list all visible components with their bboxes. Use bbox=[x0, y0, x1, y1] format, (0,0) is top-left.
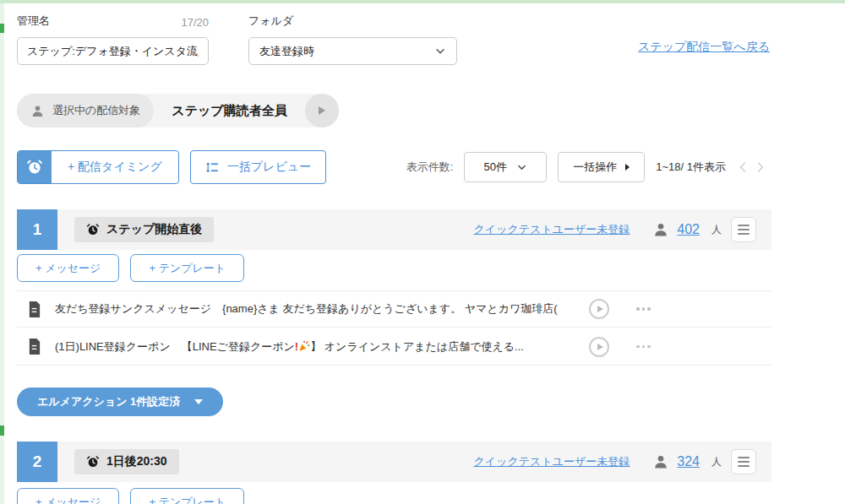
add-timing-label: + 配信タイミング bbox=[52, 151, 178, 183]
more-menu-icon[interactable] bbox=[636, 345, 651, 349]
step-number-badge: 2 bbox=[17, 442, 57, 482]
toolbar-left: + 配信タイミング 一括プレビュー bbox=[17, 150, 326, 184]
message-row[interactable]: (1日)LINE登録クーポン 【LINEご登録クーポン!】 オンラインストアまた… bbox=[17, 328, 771, 366]
step-menu-button[interactable] bbox=[731, 449, 756, 474]
count-unit: 人 bbox=[711, 223, 722, 237]
management-name-header: 管理名 17/20 bbox=[17, 14, 209, 29]
lme-action-button[interactable]: エルメアクション 1件設定済 bbox=[17, 387, 223, 416]
caret-right-icon bbox=[319, 106, 325, 115]
chevron-down-icon bbox=[516, 162, 527, 173]
back-to-step-list-link[interactable]: ステップ配信一覧へ戻る bbox=[638, 40, 770, 55]
name-char-counter: 17/20 bbox=[181, 16, 209, 29]
user-count-link[interactable]: 402 bbox=[677, 222, 700, 237]
audience-label: 選択中の配信対象 bbox=[52, 103, 140, 118]
document-icon bbox=[27, 338, 41, 355]
prev-page-icon[interactable] bbox=[737, 160, 749, 174]
user-count-link[interactable]: 324 bbox=[677, 454, 700, 469]
caret-down-icon bbox=[194, 399, 203, 404]
count-unit: 人 bbox=[711, 455, 722, 469]
person-icon bbox=[30, 104, 45, 118]
bulk-action-button[interactable]: 一括操作 bbox=[558, 152, 645, 182]
pagination-controls bbox=[737, 160, 766, 174]
alarm-clock-icon bbox=[26, 159, 43, 176]
step-stats: クイックテストユーザー未登録 402 人 bbox=[474, 217, 771, 242]
step-1-actions: + メッセージ + テンプレート bbox=[17, 254, 244, 282]
audience-expand-button[interactable] bbox=[305, 94, 339, 127]
step-menu-button[interactable] bbox=[731, 217, 756, 242]
add-template-button[interactable]: + テンプレート bbox=[130, 488, 244, 504]
play-preview-icon[interactable] bbox=[589, 299, 609, 319]
person-icon bbox=[652, 221, 669, 238]
step-row-2: 2 1日後20:30 クイックテストユーザー未登録 324 人 bbox=[17, 442, 771, 482]
pagination-range-text: 1~18/ 1件表示 bbox=[656, 160, 726, 175]
message-preview-text: 友だち登録サンクスメッセージ {name}さま 友だち登録ありがとうございます。… bbox=[55, 301, 586, 317]
alarm-clock-icon bbox=[86, 455, 100, 469]
quicktest-link[interactable]: クイックテストユーザー未登録 bbox=[474, 454, 630, 469]
step-number-badge: 1 bbox=[17, 209, 57, 250]
step-timing-label: ステップ開始直後 bbox=[106, 222, 202, 237]
display-count-select[interactable]: 50件 bbox=[464, 152, 547, 182]
alarm-clock-icon bbox=[86, 223, 100, 236]
next-page-icon[interactable] bbox=[755, 160, 766, 174]
party-popper-icon bbox=[298, 340, 310, 352]
chevron-down-icon bbox=[434, 46, 446, 57]
audience-chip: 選択中の配信対象 bbox=[17, 94, 154, 127]
audience-value: ステップ購読者全員 bbox=[154, 103, 304, 119]
play-preview-icon[interactable] bbox=[589, 337, 609, 357]
caret-right-icon bbox=[625, 164, 630, 171]
left-scroll-marker-bottom[interactable] bbox=[0, 425, 4, 436]
add-timing-button[interactable]: + 配信タイミング bbox=[17, 150, 179, 184]
step-timing-tag[interactable]: 1日後20:30 bbox=[74, 449, 179, 474]
message-row[interactable]: 友だち登録サンクスメッセージ {name}さま 友だち登録ありがとうございます。… bbox=[17, 290, 771, 328]
more-menu-icon[interactable] bbox=[636, 307, 651, 311]
lme-action-label: エルメアクション 1件設定済 bbox=[37, 394, 180, 409]
step-delivery-editor: 管理名 17/20 フォルダ 友達登録時 ステップ配信一覧へ戻る 選択中の配信対… bbox=[17, 0, 771, 504]
left-scroll-marker-top[interactable] bbox=[0, 24, 4, 33]
message-preview-text: (1日)LINE登録クーポン 【LINEご登録クーポン!】 オンラインストアまた… bbox=[55, 339, 586, 355]
flow-list-icon bbox=[205, 160, 220, 175]
quicktest-link[interactable]: クイックテストユーザー未登録 bbox=[474, 222, 630, 237]
person-icon bbox=[652, 453, 669, 470]
folder-label: フォルダ bbox=[248, 14, 293, 29]
step-2-actions: + メッセージ + テンプレート bbox=[17, 488, 244, 504]
step-timing-label: 1日後20:30 bbox=[106, 454, 167, 469]
audience-pill: 選択中の配信対象 ステップ購読者全員 bbox=[17, 94, 339, 127]
add-template-button[interactable]: + テンプレート bbox=[130, 254, 244, 282]
add-message-button[interactable]: + メッセージ bbox=[17, 488, 119, 504]
step-timing-tag[interactable]: ステップ開始直後 bbox=[74, 217, 214, 242]
step-stats: クイックテストユーザー未登録 324 人 bbox=[474, 449, 771, 474]
management-name-label: 管理名 bbox=[17, 14, 50, 29]
toolbar-right: 表示件数: 50件 一括操作 1~18/ 1件表示 bbox=[406, 152, 766, 182]
bulk-action-label: 一括操作 bbox=[573, 160, 617, 175]
management-name-input[interactable] bbox=[17, 37, 209, 65]
display-count-label: 表示件数: bbox=[406, 160, 454, 175]
display-count-value: 50件 bbox=[484, 160, 507, 175]
bulk-preview-button[interactable]: 一括プレビュー bbox=[190, 150, 326, 184]
folder-select-value: 友達登録時 bbox=[259, 44, 314, 59]
clock-icon-square bbox=[18, 151, 52, 183]
document-icon bbox=[27, 301, 41, 318]
bulk-preview-label: 一括プレビュー bbox=[227, 160, 311, 175]
add-message-button[interactable]: + メッセージ bbox=[17, 254, 119, 282]
folder-select[interactable]: 友達登録時 bbox=[248, 37, 457, 65]
step-row-1: 1 ステップ開始直後 クイックテストユーザー未登録 402 人 bbox=[17, 209, 771, 250]
